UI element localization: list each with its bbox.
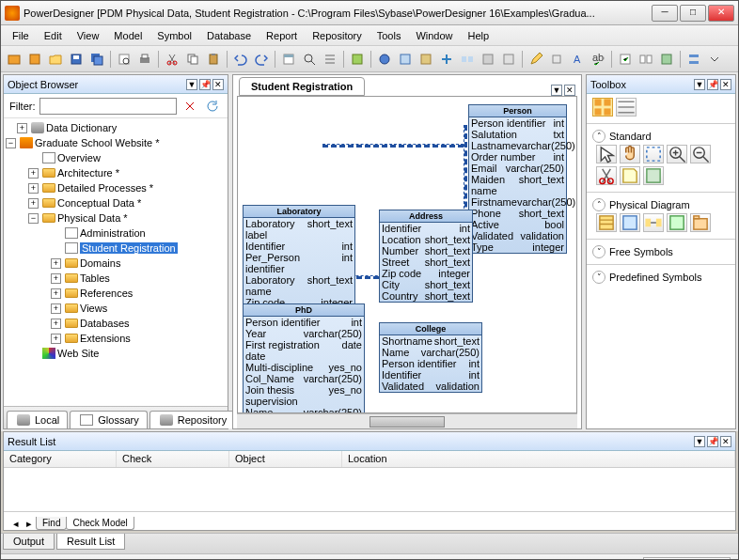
entity-college[interactable]: CollegeShortnameshort_textNamevarchar(25… — [379, 322, 482, 393]
tree-view[interactable]: +Data Dictionary −Graduate School Websit… — [4, 118, 228, 406]
cut-icon[interactable] — [163, 50, 181, 69]
expand-icon[interactable]: + — [51, 288, 61, 299]
view-icon[interactable] — [620, 213, 640, 232]
col-check[interactable]: Check — [117, 451, 229, 467]
expand-icon[interactable]: + — [28, 198, 39, 209]
reference-icon[interactable] — [643, 213, 664, 232]
grabber-icon[interactable] — [620, 145, 640, 163]
tab-check-model[interactable]: Check Model — [66, 517, 134, 530]
menu-model[interactable]: Model — [106, 28, 149, 43]
expand-icon[interactable]: + — [17, 123, 27, 133]
list-icon[interactable] — [321, 50, 339, 69]
connect-icon[interactable] — [375, 50, 394, 69]
browse-icon[interactable] — [396, 50, 415, 69]
autohide-icon[interactable]: ▼ — [186, 79, 197, 90]
expand-icon[interactable]: + — [51, 273, 61, 284]
section-physical[interactable]: ˄Physical Diagram — [592, 196, 730, 213]
print-preview-icon[interactable] — [115, 50, 134, 69]
save-all-icon[interactable] — [87, 50, 106, 69]
note-icon[interactable] — [620, 166, 640, 185]
format-icon[interactable] — [547, 50, 566, 69]
edit-icon[interactable] — [527, 50, 545, 69]
menu-symbol[interactable]: Symbol — [149, 28, 199, 43]
save-icon[interactable] — [67, 50, 86, 69]
autohide-icon[interactable]: ▼ — [694, 436, 705, 447]
customize-icon[interactable] — [684, 50, 703, 69]
diagram-canvas[interactable]: PersonPerson identifierintSalutationtxtL… — [237, 96, 577, 413]
expand-icon[interactable]: + — [28, 183, 39, 194]
close-panel-icon[interactable]: ✕ — [720, 79, 731, 90]
autohide-icon[interactable]: ▼ — [551, 85, 562, 96]
close-button[interactable]: ✕ — [708, 5, 734, 22]
entity-address[interactable]: AddressIdentifierintLocationshort_textNu… — [379, 210, 473, 303]
close-panel-icon[interactable]: ✕ — [212, 79, 224, 90]
pin-icon[interactable]: 📌 — [199, 79, 211, 90]
package-icon[interactable] — [690, 213, 711, 232]
grid-large-icon[interactable] — [592, 98, 613, 117]
prev-tab-icon[interactable]: ◂ — [9, 518, 23, 530]
diagram-tab[interactable]: Student Registration — [239, 77, 365, 96]
tree-student-registration[interactable]: Student Registration — [80, 242, 178, 254]
copy-icon[interactable] — [183, 50, 202, 69]
find-icon[interactable] — [300, 50, 319, 69]
undo-icon[interactable] — [231, 50, 250, 69]
menu-tools[interactable]: Tools — [370, 28, 409, 43]
next-tab-icon[interactable]: ▸ — [23, 518, 36, 530]
lasso-icon[interactable] — [643, 145, 664, 163]
consolidate-icon[interactable] — [437, 50, 456, 69]
entity-person[interactable]: PersonPerson identifierintSalutationtxtL… — [468, 104, 567, 254]
menu-file[interactable]: File — [5, 28, 37, 43]
table-icon[interactable] — [596, 213, 617, 232]
check-in-icon[interactable] — [479, 50, 497, 69]
new-model-icon[interactable] — [25, 50, 44, 69]
dropdown-icon[interactable] — [705, 50, 724, 69]
tab-glossary[interactable]: Glossary — [70, 411, 147, 428]
menu-help[interactable]: Help — [461, 28, 497, 43]
close-diagram-icon[interactable]: ✕ — [564, 85, 575, 96]
pointer-icon[interactable] — [596, 145, 617, 163]
status-database[interactable]: MySQL 5.0 — [643, 557, 731, 561]
redo-icon[interactable] — [252, 50, 271, 69]
expand-icon[interactable]: + — [51, 258, 61, 269]
menu-report[interactable]: Report — [259, 28, 305, 43]
tab-output[interactable]: Output — [3, 534, 55, 550]
filter-input[interactable] — [39, 98, 178, 115]
pin-icon[interactable]: 📌 — [707, 79, 718, 90]
delete-icon[interactable] — [596, 166, 617, 185]
update-icon[interactable] — [417, 50, 435, 69]
section-standard[interactable]: ˄Standard — [592, 128, 730, 145]
collapse-icon[interactable]: − — [28, 213, 39, 224]
collapse-icon[interactable]: − — [6, 138, 16, 148]
menu-database[interactable]: Database — [199, 28, 259, 43]
col-location[interactable]: Location — [342, 451, 735, 467]
autohide-icon[interactable]: ▼ — [694, 79, 705, 90]
expand-icon[interactable]: + — [28, 168, 39, 179]
impact-icon[interactable] — [348, 50, 367, 69]
menu-edit[interactable]: Edit — [37, 28, 70, 43]
tab-local[interactable]: Local — [7, 411, 68, 428]
expand-icon[interactable]: + — [51, 334, 61, 344]
minimize-button[interactable]: ─ — [652, 5, 678, 22]
paste-icon[interactable] — [204, 50, 223, 69]
clear-filter-icon[interactable] — [181, 97, 199, 116]
zoom-out-icon[interactable] — [690, 145, 711, 163]
close-panel-icon[interactable]: ✕ — [720, 436, 731, 447]
menu-window[interactable]: Window — [408, 28, 460, 43]
check-out-icon[interactable] — [499, 50, 518, 69]
menu-repository[interactable]: Repository — [305, 28, 370, 43]
refresh-icon[interactable] — [203, 97, 222, 116]
tab-find[interactable]: Find — [36, 517, 67, 530]
menu-view[interactable]: View — [70, 28, 107, 43]
entity-phd[interactable]: PhDPerson identifierintYearvarchar(250)F… — [243, 303, 365, 413]
zoom-in-icon[interactable] — [667, 145, 687, 163]
section-predefined[interactable]: ˅Predefined Symbols — [592, 269, 730, 286]
compare-icon[interactable] — [637, 50, 655, 69]
generate-icon[interactable] — [616, 50, 635, 69]
attach-icon[interactable] — [643, 166, 664, 185]
expand-icon[interactable]: + — [51, 319, 61, 329]
col-object[interactable]: Object — [229, 451, 342, 467]
tab-repository[interactable]: Repository — [149, 411, 236, 428]
properties-icon[interactable] — [279, 50, 298, 69]
pin-icon[interactable]: 📌 — [707, 436, 718, 447]
tab-result-list[interactable]: Result List — [56, 534, 125, 550]
